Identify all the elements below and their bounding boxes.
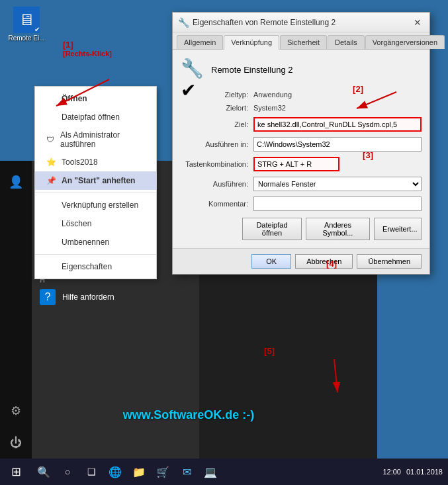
field-zieltyp: Zieltyp: Anwendung bbox=[181, 91, 422, 99]
separator-1 bbox=[35, 193, 156, 193]
cortana-button[interactable]: ○ bbox=[56, 459, 79, 485]
dialog-footer: [4] OK Abbrechen Übernehmen bbox=[173, 248, 429, 274]
field-ausfuehren: Ausführen: Normales Fenster bbox=[181, 177, 422, 191]
taskbar-icon-pc[interactable]: 💻 bbox=[199, 459, 222, 485]
label-zielort: Zielort: bbox=[181, 104, 253, 112]
context-menu-icon-eigenschaften bbox=[46, 261, 56, 272]
context-menu-item-eigenschaften[interactable]: Eigenschaften bbox=[35, 257, 156, 276]
taskbar-right: 12:00 01.01.2018 bbox=[382, 468, 448, 476]
context-menu-icon-oeffnen bbox=[46, 93, 56, 104]
label-tastenkombination: Tastenkombination: bbox=[181, 160, 253, 168]
context-menu-icon-loeschen bbox=[46, 218, 56, 229]
context-menu-item-dateipfad[interactable]: Dateipfad öffnen bbox=[35, 108, 156, 126]
label-ziel: Ziel: bbox=[181, 120, 253, 128]
context-menu-icon-verknuepfung bbox=[46, 200, 56, 210]
dialog-tabs: Allgemein Verknüpfung Sicherheit Details… bbox=[173, 32, 429, 50]
taskbar: ⊞ 🔍 ○ ❑ 🌐 📁 🛒 ✉ 💻 12:00 01.01.2018 bbox=[0, 459, 448, 485]
dialog-title-text: Eigenschaften von Remote Einstellung 2 bbox=[193, 18, 407, 27]
btn-dateipfad[interactable]: Dateipfad öffnen bbox=[242, 218, 302, 240]
svg-line-5 bbox=[334, 359, 337, 392]
btn-erweitert[interactable]: Erweitert... bbox=[374, 218, 422, 240]
btn-anderes[interactable]: Anderes Symbol... bbox=[306, 218, 370, 240]
label-ausfuehren: Ausführen: bbox=[181, 180, 253, 188]
nav-power[interactable]: ⏻ bbox=[0, 427, 32, 459]
btn-ok[interactable]: OK bbox=[251, 254, 291, 269]
start-nav: 👤 ⚙ ⏻ bbox=[0, 161, 32, 459]
field-ziel: Ziel: bbox=[181, 117, 422, 132]
app-icon-hilfe: ? bbox=[40, 289, 56, 305]
dialog-titlebar: 🔧 Eigenschaften von Remote Einstellung 2… bbox=[173, 13, 429, 32]
desktop-icon-image: 🖥✔ bbox=[13, 7, 40, 33]
taskbar-date: 01.01.2018 bbox=[406, 468, 443, 476]
taskbar-time: 12:00 bbox=[382, 468, 401, 476]
context-menu-icon-umbenennen bbox=[46, 237, 56, 247]
tab-details[interactable]: Details bbox=[328, 35, 365, 49]
context-menu: Öffnen Dateipfad öffnen 🛡 Als Administra… bbox=[34, 86, 157, 279]
dialog-title-icon: 🔧 bbox=[178, 17, 189, 28]
desktop-icon-remote[interactable]: 🖥✔ Remote Ei... bbox=[3, 7, 50, 42]
tab-verknuepfung[interactable]: Verknüpfung bbox=[224, 35, 279, 50]
separator-2 bbox=[35, 254, 156, 255]
context-menu-item-tools[interactable]: ⭐ Tools2018 bbox=[35, 153, 156, 171]
taskbar-icon-folder[interactable]: 📁 bbox=[127, 459, 151, 485]
nav-user[interactable]: 👤 bbox=[0, 166, 32, 198]
context-menu-item-umbenennen[interactable]: Umbenennen bbox=[35, 233, 156, 251]
start-button[interactable]: ⊞ bbox=[0, 459, 32, 485]
taskview-button[interactable]: ❑ bbox=[79, 459, 103, 485]
btn-abbrechen[interactable]: Abbrechen bbox=[295, 254, 353, 269]
dialog-header: 🔧✔ Remote Einstellung 2 bbox=[181, 58, 422, 81]
field-kommentar: Kommentar: bbox=[181, 197, 422, 211]
annotation-4: [4] bbox=[326, 259, 337, 269]
label-zieltyp: Zieltyp: bbox=[181, 91, 253, 99]
field-zielort: Zielort: System32 bbox=[181, 104, 422, 112]
dialog-header-icon: 🔧✔ bbox=[181, 58, 204, 81]
annotation-1: [1] [Rechts-Klick] bbox=[63, 40, 112, 58]
annotation-2: [2] bbox=[353, 84, 363, 94]
desktop-icon-label: Remote Ei... bbox=[8, 34, 44, 42]
tab-allgemein[interactable]: Allgemein bbox=[177, 35, 223, 49]
input-ausfuehren-in[interactable] bbox=[253, 137, 422, 152]
taskbar-icon-edge[interactable]: 🌐 bbox=[103, 459, 127, 485]
input-tastenkombination[interactable] bbox=[253, 157, 339, 171]
app-item-hilfe[interactable]: ? Hilfe anfordern bbox=[32, 285, 199, 309]
context-menu-icon-dateipfad bbox=[46, 112, 56, 122]
watermark-text: www.SoftwareOK.de :-) bbox=[199, 408, 377, 422]
input-kommentar[interactable] bbox=[253, 197, 422, 211]
label-kommentar: Kommentar: bbox=[181, 200, 253, 208]
value-zieltyp: Anwendung bbox=[253, 91, 292, 99]
context-menu-item-admin[interactable]: 🛡 Als Administrator ausführen bbox=[35, 126, 156, 153]
properties-dialog: 🔧 Eigenschaften von Remote Einstellung 2… bbox=[172, 12, 430, 275]
search-button[interactable]: 🔍 bbox=[32, 459, 56, 485]
dialog-body: 🔧✔ Remote Einstellung 2 Zieltyp: Anwendu… bbox=[173, 50, 429, 248]
tab-vorgaenger[interactable]: Vorgängerversionen bbox=[365, 35, 445, 49]
context-menu-icon-anheften: 📌 bbox=[46, 175, 56, 186]
value-zielort: System32 bbox=[253, 104, 286, 112]
select-ausfuehren[interactable]: Normales Fenster bbox=[253, 177, 422, 191]
annotation-3: [3] bbox=[363, 150, 373, 160]
dialog-close-button[interactable]: ✕ bbox=[411, 16, 424, 29]
btn-uebernehmen[interactable]: Übernehmen bbox=[357, 254, 422, 269]
nav-settings[interactable]: ⚙ bbox=[0, 395, 32, 427]
context-menu-item-anheften[interactable]: 📌 An "Start" anheften bbox=[35, 171, 156, 190]
tab-sicherheit[interactable]: Sicherheit bbox=[280, 35, 327, 49]
field-ausfuehren-in: Ausführen in: bbox=[181, 137, 422, 152]
taskbar-icon-mail[interactable]: ✉ bbox=[175, 459, 199, 485]
annotation-5: [5] bbox=[264, 346, 275, 356]
context-menu-icon-tools: ⭐ bbox=[46, 157, 56, 167]
context-menu-icon-admin: 🛡 bbox=[46, 134, 55, 145]
arrow-5 bbox=[294, 353, 347, 399]
input-ziel[interactable] bbox=[253, 117, 422, 132]
context-menu-item-verknuepfung[interactable]: Verknüpfung erstellen bbox=[35, 196, 156, 214]
taskbar-icon-store[interactable]: 🛒 bbox=[151, 459, 175, 485]
dialog-header-title: Remote Einstellung 2 bbox=[211, 65, 293, 75]
context-menu-item-oeffnen[interactable]: Öffnen bbox=[35, 89, 156, 108]
field-tastenkombination: Tastenkombination: bbox=[181, 157, 422, 171]
label-ausfuehren-in: Ausführen in: bbox=[181, 140, 253, 148]
context-menu-item-loeschen[interactable]: Löschen bbox=[35, 214, 156, 233]
dialog-action-buttons: Dateipfad öffnen Anderes Symbol... Erwei… bbox=[181, 218, 422, 240]
desktop: 🖥✔ Remote Ei... [1] [Rechts-Klick] Öffne… bbox=[0, 0, 448, 485]
